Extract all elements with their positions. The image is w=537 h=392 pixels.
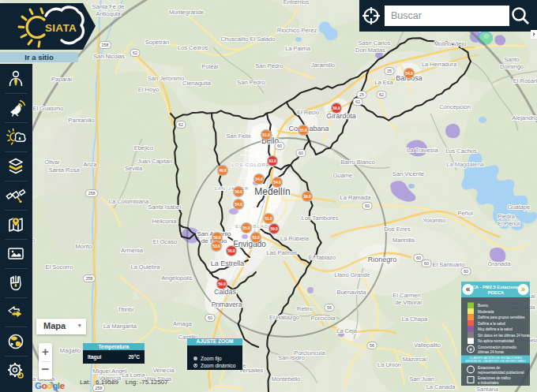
svg-text:62: 62: [133, 50, 137, 55]
svg-text:Paparal: Paparal: [51, 76, 72, 83]
svg-text:60: 60: [424, 261, 429, 266]
svg-text:La Loma: La Loma: [122, 371, 145, 379]
svg-text:La Travesía: La Travesía: [407, 147, 438, 154]
svg-text:Yolombo: Yolombo: [423, 217, 446, 224]
svg-text:Titiribi: Titiribi: [118, 306, 133, 313]
svg-text:Buenavista: Buenavista: [336, 289, 366, 296]
svg-text:San Felix: San Felix: [226, 133, 251, 140]
svg-text:Heliconia: Heliconia: [152, 218, 178, 225]
svg-text:54.0: 54.0: [235, 202, 242, 207]
svg-text:Envigado: Envigado: [233, 240, 266, 248]
svg-text:60: 60: [208, 315, 212, 320]
svg-text:San Vicente: San Vicente: [392, 170, 424, 177]
svg-text:258: 258: [85, 276, 92, 281]
svg-text:La Herradura: La Herradura: [422, 61, 457, 68]
svg-text:La Colombiana: La Colombiana: [109, 198, 149, 205]
svg-text:Sopetrán: Sopetrán: [145, 39, 169, 46]
svg-text:Las Palmas: Las Palmas: [266, 249, 297, 256]
svg-text:56.0: 56.0: [213, 235, 221, 240]
svg-text:60: 60: [277, 144, 282, 148]
svg-text:55.0: 55.0: [299, 128, 307, 133]
svg-text:Poleal: Poleal: [202, 63, 219, 70]
svg-text:Alejandria: Alejandria: [512, 114, 537, 121]
svg-text:Primavera: Primavera: [212, 301, 242, 308]
svg-text:últimas 24 horas: últimas 24 horas: [478, 350, 505, 354]
svg-text:Anza: Anza: [83, 161, 97, 168]
svg-text:«: «: [466, 285, 471, 293]
svg-text:e industriales: e industriales: [478, 381, 499, 385]
svg-text:Montebello: Montebello: [272, 375, 301, 383]
svg-text:59.0: 59.0: [270, 226, 278, 231]
svg-text:63.0: 63.0: [268, 159, 276, 163]
svg-text:Buscar: Buscar: [391, 10, 422, 21]
svg-text:Pantanillo: Pantanillo: [69, 117, 95, 124]
svg-text:Cienaguita: Cienaguita: [182, 80, 212, 87]
svg-text:representatividad poblacional: representatividad poblacional: [478, 371, 524, 375]
svg-text:Sasn Carlos: Sasn Carlos: [359, 39, 391, 47]
svg-text:El Santuario: El Santuario: [433, 261, 465, 268]
svg-text:San Juan: San Juan: [409, 375, 434, 383]
svg-text:62: 62: [379, 92, 384, 97]
svg-text:Concepción: Concepción: [439, 103, 471, 110]
svg-text:Don Matias: Don Matias: [355, 47, 385, 54]
svg-text:25: 25: [359, 92, 364, 97]
svg-text:Amaga: Amaga: [173, 320, 193, 327]
svg-text:San Jerónimo: San Jerónimo: [148, 75, 184, 82]
svg-text:La Magdalena: La Magdalena: [446, 161, 484, 168]
svg-text:53.0: 53.0: [212, 244, 220, 248]
svg-text:Domingo: Domingo: [500, 63, 524, 70]
svg-text:Rionegro: Rionegro: [368, 256, 397, 263]
svg-text:56: 56: [370, 343, 374, 348]
svg-text:Estaciones de tráfico: Estaciones de tráfico: [478, 376, 511, 380]
svg-text:El Penol: El Penol: [498, 220, 520, 227]
svg-text:Bueno: Bueno: [478, 304, 489, 308]
svg-text:51.0: 51.0: [262, 133, 270, 137]
svg-text:San Pedro: San Pedro: [255, 62, 283, 69]
svg-text:Santo: Santo: [504, 56, 520, 63]
svg-text:Santa Rosa: Santa Rosa: [48, 166, 80, 174]
svg-text:Muy dañina a la salud: Muy dañina a la salud: [478, 327, 513, 331]
svg-text:El Ocaso: El Ocaso: [153, 238, 177, 245]
svg-text:SIATA: SIATA: [45, 22, 77, 34]
svg-text:54.0: 54.0: [255, 177, 263, 181]
svg-text:Molino Viejo: Molino Viejo: [434, 40, 467, 47]
svg-text:Riochico Perez: Riochico Perez: [277, 27, 317, 34]
svg-text:Girardota: Girardota: [326, 112, 356, 120]
svg-text:de Viboral: de Viboral: [395, 299, 422, 306]
svg-text:Guame: Guame: [333, 172, 353, 179]
svg-text:Porciúncula: Porciúncula: [294, 349, 325, 357]
svg-text:Morito: Morito: [76, 243, 92, 250]
svg-text:55.0: 55.0: [242, 226, 250, 230]
svg-text:Estaciones de: Estaciones de: [478, 366, 501, 370]
svg-text:Los Tambores: Los Tambores: [302, 215, 339, 222]
svg-text:258: 258: [95, 386, 102, 390]
svg-text:Santana: Santana: [476, 386, 499, 392]
svg-text:La Chapa: La Chapa: [402, 315, 428, 323]
svg-text:Sevilla: Sevilla: [125, 165, 143, 172]
svg-text:El Hallazgo: El Hallazgo: [269, 314, 299, 321]
svg-text:Piedra: Piedra: [498, 213, 516, 220]
svg-text:49.0: 49.0: [219, 168, 227, 173]
svg-text:58.0: 58.0: [332, 106, 340, 110]
svg-text:Los Cedros: Los Cedros: [178, 44, 208, 51]
svg-text:Llano Grande: Llano Grande: [334, 271, 370, 278]
svg-text:62: 62: [355, 99, 360, 104]
svg-text:Medellín: Medellín: [254, 186, 290, 197]
svg-text:El Guasimo: El Guasimo: [33, 105, 64, 112]
svg-text:Caldas: Caldas: [214, 288, 237, 296]
svg-text:Montegrande: Montegrande: [169, 9, 204, 16]
svg-text:Venecia: Venecia: [153, 367, 175, 374]
svg-text:258: 258: [88, 191, 95, 196]
svg-text:Dos Erres: Dos Erres: [384, 226, 411, 233]
svg-text:60: 60: [365, 203, 370, 208]
svg-text:38.0: 38.0: [303, 194, 311, 199]
svg-text:Concentración promedio: Concentración promedio: [478, 345, 517, 349]
svg-text:Marinilla: Marinilla: [392, 237, 415, 244]
svg-text:Magallo: Magallo: [60, 347, 81, 354]
svg-text:56: 56: [327, 305, 332, 310]
svg-text:Entrerrios: Entrerrios: [284, 0, 310, 6]
svg-text:51.0: 51.0: [265, 216, 272, 221]
svg-text:Moderada: Moderada: [478, 310, 494, 314]
svg-text:Armenia: Armenia: [121, 247, 144, 254]
svg-text:60: 60: [299, 151, 303, 155]
